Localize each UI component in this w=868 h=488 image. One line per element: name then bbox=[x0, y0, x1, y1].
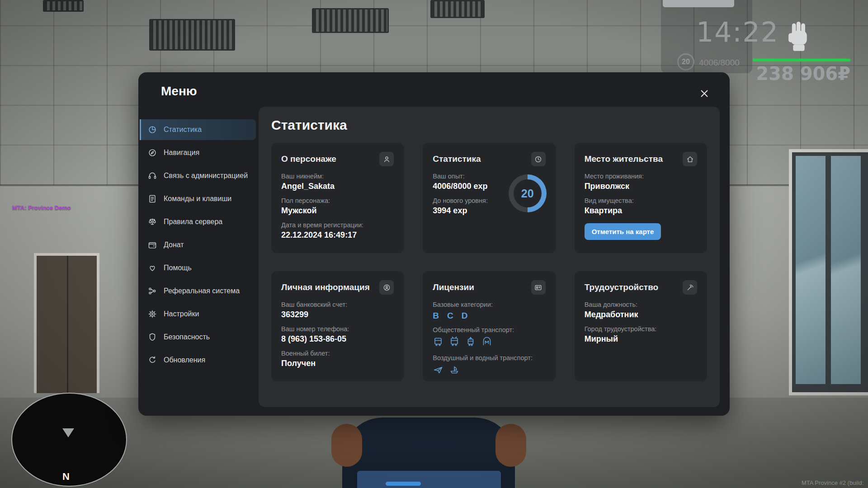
card-title: Место жительства bbox=[585, 154, 663, 164]
sidebar-item-donate[interactable]: Донат bbox=[140, 235, 256, 255]
field-value: Медработник bbox=[585, 310, 697, 319]
field-label: Вид имущества: bbox=[585, 197, 697, 204]
license-category: D bbox=[462, 311, 468, 321]
hud-money: 238 906₽ bbox=[756, 63, 850, 84]
player-marker-icon bbox=[62, 428, 74, 437]
page-title: Статистика bbox=[271, 117, 707, 133]
plane-icon bbox=[433, 364, 443, 377]
close-button[interactable] bbox=[696, 86, 712, 102]
game-screen: 14:22 20 4006/8000 238 906₽ MTA: Provinc… bbox=[0, 0, 868, 488]
player-character-jeans bbox=[357, 471, 501, 488]
sidebar-item-label: Безопасность bbox=[164, 333, 210, 341]
sidebar-item-statistics[interactable]: Статистика bbox=[140, 119, 256, 140]
left-doorway bbox=[34, 253, 99, 393]
sidebar-item-label: Команды и клавиши bbox=[164, 195, 231, 203]
field-label: Общественный транспорт: bbox=[433, 326, 545, 333]
gear-icon bbox=[147, 309, 157, 319]
tram-icon bbox=[465, 336, 476, 349]
card-licenses: Лицензии Базовые категории: B C D Общест… bbox=[423, 271, 555, 381]
sidebar-item-help[interactable]: Помощь bbox=[140, 258, 256, 278]
sidebar-item-referral[interactable]: Реферальная система bbox=[140, 281, 256, 301]
level-progress-ring: 20 bbox=[509, 174, 547, 212]
menu-title: Меню bbox=[161, 84, 197, 99]
player-character-arm bbox=[331, 424, 362, 467]
sidebar-item-label: Помощь bbox=[164, 264, 192, 272]
ceiling-light bbox=[43, 0, 84, 12]
field-label: Ваш никнейм: bbox=[281, 173, 394, 180]
player-character-arm bbox=[495, 424, 526, 467]
network-icon bbox=[147, 286, 157, 296]
pickaxe-icon bbox=[683, 280, 697, 295]
sidebar-item-label: Статистика bbox=[164, 126, 202, 134]
field-label: Дата и время регистрации: bbox=[281, 221, 394, 229]
sidebar-item-server-rules[interactable]: Правила сервера bbox=[140, 211, 256, 232]
field-value: Квартира bbox=[585, 206, 697, 216]
sidebar-item-label: Реферальная система bbox=[164, 287, 240, 295]
voice-indicator-bar bbox=[386, 482, 421, 486]
metro-icon bbox=[481, 336, 492, 349]
refresh-icon bbox=[147, 355, 157, 365]
minimap-north-label: N bbox=[62, 471, 70, 483]
shield-icon bbox=[147, 332, 157, 342]
build-watermark: MTA Province #2 (build: bbox=[802, 479, 863, 486]
ceiling-light bbox=[430, 0, 485, 18]
field-label: Ваш номер телефона: bbox=[281, 325, 394, 333]
mark-on-map-button[interactable]: Отметить на карте bbox=[585, 223, 661, 240]
stats-pie-icon bbox=[147, 125, 157, 135]
card-title: Лицензии bbox=[433, 282, 474, 292]
card-statistics: Статистика Ваш опыт:4006/8000 exp До нов… bbox=[423, 143, 555, 253]
field-label: Ваша должность: bbox=[585, 301, 697, 308]
public-transport-icons bbox=[433, 336, 545, 349]
scales-icon bbox=[147, 217, 157, 227]
card-title: Статистика bbox=[433, 154, 481, 164]
ceiling-light bbox=[312, 8, 389, 33]
headset-icon bbox=[147, 171, 157, 181]
sidebar-item-commands-keys[interactable]: Команды и клавиши bbox=[140, 188, 256, 209]
clock-icon bbox=[531, 152, 546, 166]
field-label: До нового уровня: bbox=[433, 197, 500, 204]
cards-grid: О персонаже Ваш никнейм:Angel_Sakata Пол… bbox=[271, 143, 707, 381]
card-title: О персонаже bbox=[281, 154, 336, 164]
hud-time: 14:22 bbox=[696, 16, 779, 48]
health-bar bbox=[753, 59, 850, 61]
wallet-icon bbox=[147, 240, 157, 250]
ceiling-light bbox=[149, 19, 235, 51]
field-value: 8 (963) 153-86-05 bbox=[281, 334, 394, 344]
trolleybus-icon bbox=[449, 336, 460, 349]
sidebar-item-label: Настройки bbox=[164, 310, 199, 318]
field-label: Пол персонажа: bbox=[281, 197, 394, 204]
card-personal-info: Личная информация Ваш банковский счет:36… bbox=[271, 271, 404, 381]
field-value: Получен bbox=[281, 359, 394, 368]
field-label: Воздушный и водный транспорт: bbox=[433, 354, 545, 361]
sidebar-item-updates[interactable]: Обновления bbox=[140, 350, 256, 371]
sidebar-item-settings[interactable]: Настройки bbox=[140, 304, 256, 324]
close-icon bbox=[698, 88, 710, 101]
card-about-character: О персонаже Ваш никнейм:Angel_Sakata Пол… bbox=[271, 143, 404, 253]
glass-door bbox=[789, 149, 868, 395]
license-category: C bbox=[447, 311, 453, 321]
sidebar-item-navigation[interactable]: Навигация bbox=[140, 142, 256, 163]
person-icon bbox=[379, 152, 394, 166]
card-employment: Трудоустройство Ваша должность:Медработн… bbox=[575, 271, 707, 381]
hud-level-badge: 20 bbox=[677, 53, 694, 70]
field-value: 22.12.2024 16:49:17 bbox=[281, 230, 394, 240]
hud-exp: 4006/8000 bbox=[699, 58, 740, 68]
field-value: Мирный bbox=[585, 334, 697, 344]
person-circle-icon bbox=[379, 280, 394, 295]
sidebar-item-security[interactable]: Безопасность bbox=[140, 327, 256, 347]
field-label: Место проживания: bbox=[585, 173, 697, 180]
menu-modal: Меню Статистика Навигация bbox=[138, 72, 730, 416]
license-categories: B C D bbox=[433, 311, 545, 321]
field-value: Приволжск bbox=[585, 182, 697, 191]
field-label: Ваш банковский счет: bbox=[281, 301, 394, 308]
field-value: Angel_Sakata bbox=[281, 182, 394, 191]
glass-pane bbox=[796, 156, 826, 384]
field-value: Мужской bbox=[281, 206, 394, 216]
card-title: Трудоустройство bbox=[585, 282, 659, 292]
sidebar-item-label: Правила сервера bbox=[164, 218, 222, 226]
sidebar-item-admin-contact[interactable]: Связь с администрацией bbox=[140, 165, 256, 186]
field-value: 363299 bbox=[281, 310, 394, 319]
field-value: 3994 exp bbox=[433, 206, 500, 216]
field-label: Ваш опыт: bbox=[433, 173, 500, 180]
sidebar-item-label: Донат bbox=[164, 241, 184, 249]
